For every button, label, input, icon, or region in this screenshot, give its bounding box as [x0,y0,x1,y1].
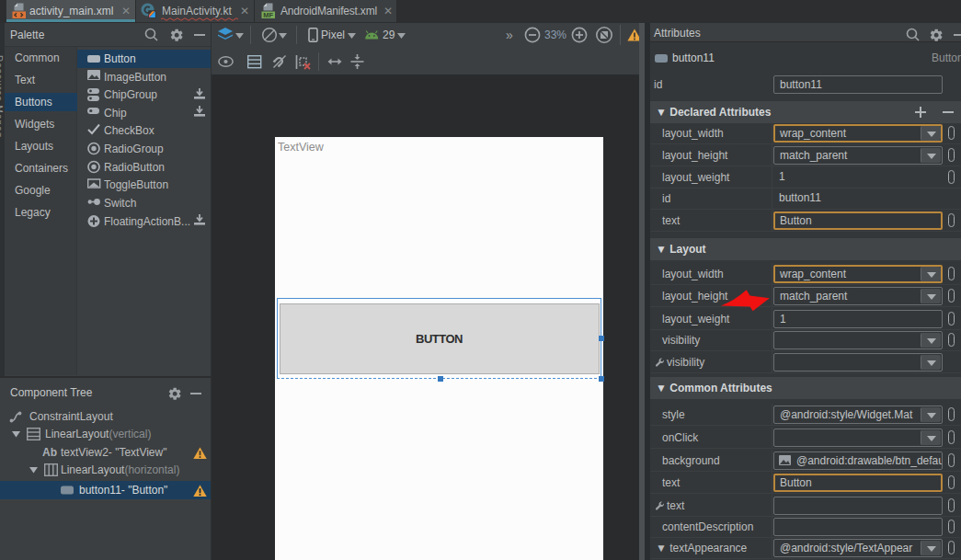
svg-text:MF: MF [263,11,273,19]
